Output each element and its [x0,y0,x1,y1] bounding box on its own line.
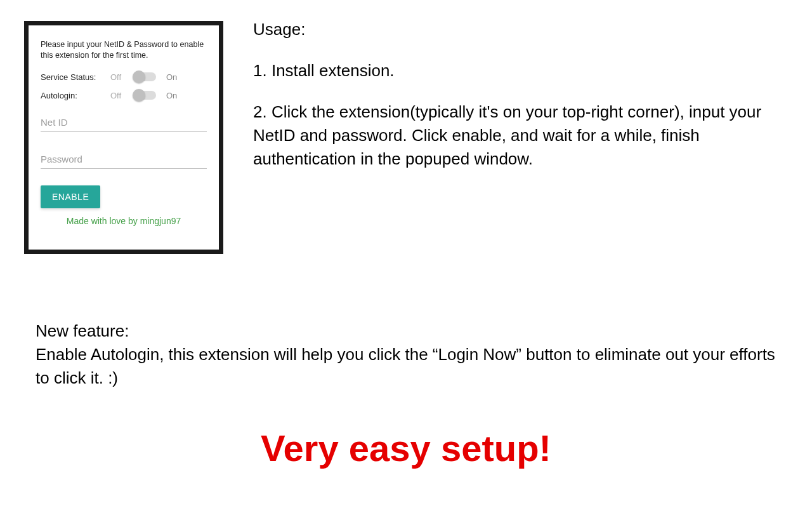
password-input[interactable] [41,151,207,169]
service-status-row: Service Status: Off On [41,72,207,82]
usage-step-1: 1. Install extension. [253,59,801,83]
autologin-toggle[interactable] [133,91,156,100]
service-status-toggle[interactable] [133,72,156,81]
usage-heading: Usage: [253,18,801,41]
autologin-label: Autologin: [41,91,110,100]
password-field-wrap [41,151,207,169]
autologin-row: Autologin: Off On [41,91,207,100]
usage-step-2: 2. Click the extension(typically it's on… [253,100,801,171]
enable-button[interactable]: ENABLE [41,185,100,208]
credit-text: Made with love by mingjun97 [41,216,207,226]
tagline: Very easy setup! [0,427,812,469]
toggle-off-label: Off [110,91,133,100]
toggle-off-label: Off [110,72,133,82]
toggle-on-label: On [166,72,177,82]
new-feature-block: New feature: Enable Autologin, this exte… [36,319,787,390]
usage-instructions: Usage: 1. Install extension. 2. Click th… [253,18,801,189]
feature-heading: New feature: [36,319,787,343]
popup-intro-text: Please input your NetID & Password to en… [41,39,207,61]
netid-input[interactable] [41,114,207,132]
feature-body: Enable Autologin, this extension will he… [36,343,787,390]
toggle-on-label: On [166,91,177,100]
extension-popup-frame: Please input your NetID & Password to en… [24,21,223,254]
netid-field-wrap [41,114,207,132]
service-status-label: Service Status: [41,72,110,82]
extension-popup: Please input your NetID & Password to en… [29,25,219,250]
